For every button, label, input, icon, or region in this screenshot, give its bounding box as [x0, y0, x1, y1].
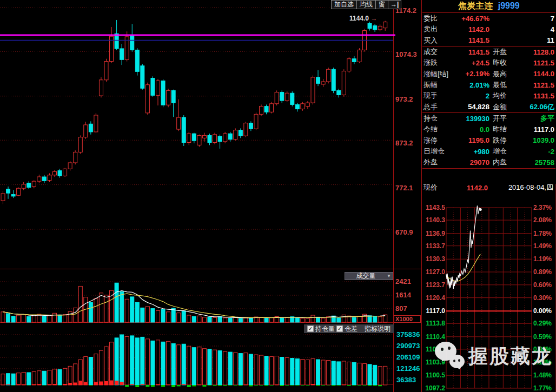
quote-label: 涨停: [422, 136, 456, 145]
quote-row: 外盘29070内盘25758: [422, 157, 555, 168]
quote-value-2: 1128.0: [533, 48, 555, 56]
volume-ma5-line: [3, 291, 386, 318]
quote-value-2: 1039.0: [533, 136, 555, 144]
intraday-price-line: [446, 205, 480, 289]
open-interest-bars-group: [1, 335, 387, 387]
quote-label: 现手: [422, 91, 456, 101]
quote-row: 日增仓+980增仓-2: [422, 146, 555, 157]
quote-value: 1142.0: [456, 25, 489, 34]
quote-value: +24.5: [456, 59, 489, 67]
quote-label: 总手: [422, 102, 456, 112]
quote-label-2: 开盘: [489, 47, 533, 57]
quote-label: 委比: [422, 14, 456, 23]
quote-label-2: 跌停: [489, 136, 533, 145]
quote-value: 0.0: [456, 125, 489, 134]
quote-value: 1141.5: [456, 48, 489, 56]
quote-value: 54,828: [456, 103, 489, 111]
oi-change-checkbox[interactable]: ✓: [336, 325, 343, 332]
intraday-average-line: [446, 254, 480, 281]
quote-section: 委比+46.67%7卖出1142.04买入1141.511: [422, 13, 555, 46]
quote-row: 振幅2.01%最低1121.5: [422, 79, 555, 90]
volume-ma10-line: [3, 294, 386, 317]
quote-row: 涨停1195.0跌停1039.0: [422, 135, 555, 146]
window-button[interactable]: 窗: [376, 1, 388, 9]
quote-label: 外盘: [422, 157, 456, 167]
quote-label-2: 最低: [489, 80, 533, 90]
quote-value: +2.19%: [456, 70, 489, 78]
quote-extra-value: 7: [489, 15, 555, 23]
quote-value-2: 1131.5: [533, 92, 555, 100]
quote-value-2: -2: [548, 148, 555, 156]
quote-value: 2: [456, 92, 489, 100]
quote-value-2: 1121.5: [533, 59, 555, 67]
quote-rows: 委比+46.67%7卖出1142.04买入1141.511成交1141.5开盘1…: [422, 13, 555, 169]
chart-toolbar: 加自选 均线 窗 →|: [331, 0, 401, 9]
quote-section: 成交1141.5开盘1128.0涨跌+24.5昨收1121.5涨幅[结]+2.1…: [422, 46, 555, 113]
quote-label-2: 昨结: [489, 124, 534, 134]
indicator-help-link[interactable]: 指标说明: [365, 324, 390, 334]
open-interest-checkbox-label: 持仓量: [315, 324, 335, 334]
quote-value: 2.01%: [456, 81, 489, 89]
trading-terminal: 1174.21074.3973.2873.2772.1670.924211614…: [0, 0, 556, 392]
quote-row: 委比+46.67%7: [422, 13, 555, 24]
quote-label-2: 金额: [489, 102, 529, 112]
quote-row: 卖出1142.04: [422, 24, 555, 35]
quote-value-2: 多平: [540, 114, 555, 123]
volume-indicator-dropdown[interactable]: 成交量 ▼: [345, 272, 393, 280]
quote-value-2: 62.06亿: [529, 102, 555, 112]
indicator-checkbox-strip: ✓ 持仓量 ✓ 仓差 指标说明: [304, 324, 394, 333]
quote-row: 今结0.0昨结1117.0: [422, 124, 555, 135]
quote-value-2: 1117.0: [534, 125, 555, 134]
quote-row: 持仓139930开平多平: [422, 113, 555, 124]
daily-candles-group: [1, 20, 387, 204]
quote-label: 日增仓: [422, 147, 456, 156]
current-price-row: 现价 1142.0 2016-08-04,四: [422, 183, 554, 192]
quote-value-2: 1144.0: [533, 70, 555, 78]
quote-label: 买入: [422, 36, 456, 45]
quote-label-2: 昨收: [489, 58, 533, 68]
open-interest-checkbox[interactable]: ✓: [307, 325, 314, 332]
quote-value: 29070: [456, 158, 489, 167]
watermark: 握股藏龙: [435, 340, 553, 373]
quote-row: 现手2均价1131.5: [422, 90, 555, 101]
quote-row: 涨跌+24.5昨收1121.5: [422, 57, 555, 68]
dropdown-selected-value: 成交量: [345, 273, 387, 280]
volume-unit-badge: X1000: [394, 315, 421, 323]
quote-label: 涨跌: [422, 58, 456, 68]
quote-section: 持仓139930开平多平今结0.0昨结1117.0涨停1195.0跌停1039.…: [422, 113, 555, 169]
quote-extra-value: 4: [489, 25, 555, 34]
current-price-label: 现价: [422, 183, 448, 192]
add-watchlist-button[interactable]: 加自选: [332, 1, 357, 9]
intraday-last-dot: [479, 208, 482, 211]
quote-value: 1141.5: [456, 36, 489, 44]
dropdown-caret-icon: ▼: [387, 274, 393, 278]
quote-row: 涨幅[结]+2.19%最高1144.0: [422, 69, 555, 79]
quote-label-2: 增仓: [489, 147, 548, 156]
quote-label-2: 内盘: [489, 157, 535, 167]
instrument-symbol: j9999: [498, 1, 520, 10]
oi-change-checkbox-label: 仓差: [345, 324, 358, 334]
quote-value: 139930: [456, 115, 489, 123]
quote-label-2: 均价: [489, 91, 533, 101]
quote-label: 今结: [422, 124, 456, 134]
quote-value: 1195.0: [456, 136, 489, 144]
quote-row: 买入1141.511: [422, 35, 555, 46]
quote-extra-value: 11: [489, 36, 555, 44]
quote-label: 振幅: [422, 80, 456, 90]
last-price-annotation: 1144.0 →: [349, 15, 377, 22]
wechat-icon: [435, 340, 466, 373]
quote-label: 卖出: [422, 24, 456, 34]
quote-row: 成交1141.5开盘1128.0: [422, 46, 555, 57]
quote-row: 总手54,828金额62.06亿: [422, 102, 555, 112]
quote-panel: 焦炭主连 j9999 委比+46.67%7卖出1142.04买入1141.511…: [422, 0, 555, 169]
quote-label-2: 开平: [489, 114, 540, 123]
quote-value-2: 25758: [535, 158, 555, 167]
instrument-title: 焦炭主连 j9999: [422, 0, 555, 13]
instrument-name: 焦炭主连: [458, 1, 493, 10]
quote-value: +980: [456, 148, 489, 156]
collapse-panel-icon[interactable]: →|: [388, 1, 401, 9]
quote-label: 涨幅[结]: [422, 69, 456, 79]
quote-value-2: 1121.5: [533, 81, 555, 89]
watermark-text: 握股藏龙: [468, 347, 553, 366]
moving-average-button[interactable]: 均线: [357, 1, 376, 9]
